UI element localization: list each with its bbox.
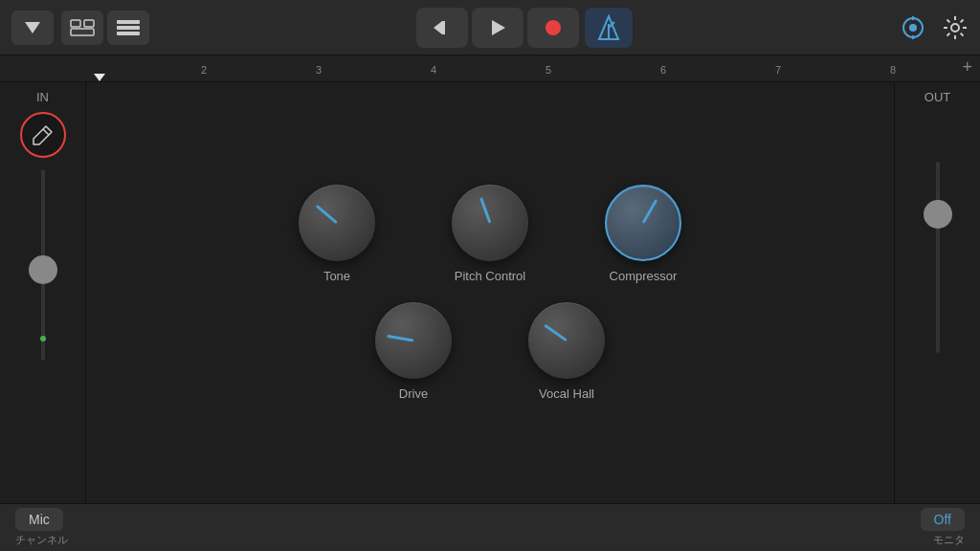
rewind-button[interactable] (416, 8, 468, 48)
ruler-mark-8: 8 (890, 64, 896, 76)
record-button[interactable] (527, 8, 579, 48)
off-button[interactable]: Off (921, 508, 965, 531)
knob-drive-indicator (387, 335, 413, 342)
knob-container-vocal-hall: Vocal Hall (528, 302, 605, 401)
bottom-right: Off モニタ (921, 508, 965, 547)
in-label: IN (36, 90, 49, 104)
bottom-bar: Mic チャンネル Off モニタ (0, 503, 980, 551)
knob-compressor[interactable] (605, 185, 681, 261)
out-label: OUT (924, 90, 950, 104)
dropdown-button[interactable] (11, 11, 54, 45)
svg-line-19 (43, 129, 49, 135)
knob-container-drive: Drive (375, 302, 452, 401)
out-slider-thumb[interactable] (924, 200, 952, 229)
list-view-button[interactable] (107, 11, 149, 45)
in-slider-thumb[interactable] (29, 255, 57, 284)
knob-tone-label: Tone (323, 269, 350, 283)
knob-vocal-hall-label: Vocal Hall (539, 386, 594, 401)
knob-container-pitch: Pitch Control (452, 185, 528, 283)
knob-pitch[interactable] (452, 185, 528, 261)
knob-tone[interactable] (299, 185, 375, 261)
ruler-mark-2: 2 (201, 64, 207, 76)
knob-vocal-hall[interactable] (528, 302, 605, 379)
knob-drive[interactable] (375, 302, 452, 379)
mic-button[interactable]: Mic (15, 508, 63, 531)
toolbar-right (900, 14, 969, 41)
svg-point-15 (909, 24, 917, 32)
svg-rect-2 (84, 20, 94, 27)
transport-group (416, 8, 579, 48)
knob-pitch-label: Pitch Control (455, 269, 525, 283)
pencil-button[interactable] (20, 112, 66, 158)
knob-pitch-indicator (479, 197, 491, 223)
svg-marker-7 (434, 21, 442, 34)
playhead-triangle (94, 74, 105, 81)
ruler-add-button[interactable]: + (962, 57, 972, 77)
monitor-label: モニタ (933, 533, 965, 547)
in-slider-track (41, 169, 45, 361)
ruler-mark-3: 3 (316, 64, 322, 76)
svg-rect-8 (442, 21, 445, 34)
ruler-mark-6: 6 (660, 64, 666, 76)
svg-rect-3 (71, 29, 94, 35)
toolbar (0, 0, 980, 55)
channel-label: チャンネル (15, 533, 68, 547)
knob-vocal-indicator (544, 324, 568, 342)
track-view-button[interactable] (61, 11, 103, 45)
svg-point-18 (951, 24, 959, 32)
knobs-row-2: Drive Vocal Hall (375, 302, 605, 401)
settings-button[interactable] (942, 14, 969, 41)
knob-drive-label: Drive (399, 386, 428, 401)
ruler-mark-4: 4 (431, 64, 436, 76)
out-slider-track (936, 162, 940, 353)
svg-marker-9 (492, 20, 505, 35)
ruler-mark-5: 5 (546, 64, 551, 76)
in-slider-indicator (40, 336, 46, 342)
bottom-left: Mic チャンネル (15, 508, 68, 547)
smart-controls-button[interactable] (900, 14, 926, 41)
knob-compressor-label: Compressor (610, 269, 678, 283)
knobs-row-1: Tone Pitch Control Compressor (299, 185, 681, 283)
in-slider-area: IN (0, 82, 86, 503)
toolbar-left (11, 11, 149, 45)
svg-point-10 (546, 20, 561, 35)
track-view-group (61, 11, 149, 45)
ruler: 2 3 4 5 6 7 8 + (0, 55, 980, 82)
main-area: IN Tone (0, 82, 980, 503)
knobs-area: Tone Pitch Control Compressor (86, 82, 894, 503)
svg-marker-0 (25, 22, 40, 33)
metronome-button[interactable] (585, 8, 633, 48)
svg-rect-6 (117, 32, 140, 35)
knob-compressor-indicator (642, 199, 658, 224)
knob-container-compressor: Compressor (605, 185, 681, 283)
svg-rect-5 (117, 26, 140, 30)
svg-rect-4 (117, 20, 140, 24)
playhead (94, 74, 105, 81)
play-button[interactable] (472, 8, 523, 48)
ruler-mark-7: 7 (775, 64, 781, 76)
knob-container-tone: Tone (299, 185, 375, 283)
knob-tone-indicator (316, 205, 338, 224)
toolbar-center (416, 8, 633, 48)
svg-rect-1 (71, 20, 80, 27)
out-slider-area: OUT (894, 82, 980, 503)
